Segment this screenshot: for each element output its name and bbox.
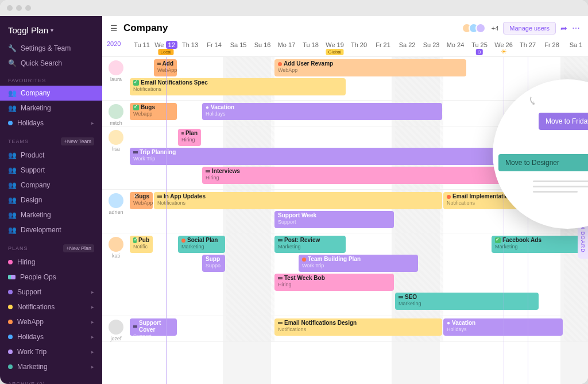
- task-bar[interactable]: Support CoverSupport: [130, 318, 177, 336]
- task-bar[interactable]: SuppSuppo: [202, 255, 225, 272]
- global-marker: Global: [326, 49, 343, 55]
- task-bar[interactable]: Email Notifications DesignNotifications: [274, 318, 442, 336]
- task-bar[interactable]: Support WeekSupport: [274, 211, 394, 228]
- new-team-button[interactable]: +New Team: [61, 137, 94, 145]
- task-bar[interactable]: PlanHiring: [178, 129, 201, 146]
- task-bar[interactable]: SEOMarketing: [395, 293, 539, 310]
- sidebar-label: People Ops: [20, 273, 56, 281]
- sidebar-item-work-trip[interactable]: Work Trip▸: [0, 344, 102, 359]
- person-avatar[interactable]: mitch: [102, 101, 130, 126]
- lanes[interactable]: Support CoverSupportEmail Notifications …: [130, 316, 588, 341]
- day-cell[interactable]: We 26☀: [492, 38, 516, 56]
- share-icon[interactable]: ➦: [560, 24, 567, 33]
- more-icon[interactable]: ⋯: [572, 24, 580, 33]
- person-avatar[interactable]: jozef: [102, 316, 130, 341]
- sidebar-item-support[interactable]: 👥Support: [0, 163, 102, 178]
- task-bar[interactable]: Test Week BobHiring: [274, 274, 394, 291]
- sidebar-item-marketing[interactable]: 👥Marketing: [0, 208, 102, 222]
- day-cell[interactable]: Fr 21: [371, 38, 395, 56]
- day-cell[interactable]: Fr 14: [202, 38, 226, 56]
- sidebar-item-people-ops[interactable]: People Ops: [0, 270, 102, 285]
- group-icon: 👥: [8, 151, 16, 159]
- menu-icon[interactable]: ☰: [110, 24, 118, 33]
- member-avatars[interactable]: [465, 23, 486, 33]
- day-cell[interactable]: Mo 24: [443, 38, 467, 56]
- day-cell[interactable]: We 19Global: [323, 38, 347, 56]
- person-avatar[interactable]: kati: [102, 233, 130, 316]
- year-label[interactable]: 2020: [107, 40, 121, 47]
- task-bar[interactable]: In App UpdatesNotifications: [154, 192, 442, 209]
- wrench-icon: 🔧: [8, 44, 16, 52]
- overlay-task-friday[interactable]: Move to Friday: [539, 113, 588, 130]
- sidebar-label: Support: [21, 166, 45, 174]
- sidebar-item-company[interactable]: 👥Company: [0, 86, 102, 101]
- search-link[interactable]: 🔍 Quick Search: [0, 56, 102, 71]
- task-subtitle: WebApp: [278, 67, 463, 74]
- task-title: Social Plan: [187, 237, 218, 244]
- sidebar-item-development[interactable]: 👥Development: [0, 222, 102, 237]
- day-cell[interactable]: Tu 11: [130, 38, 154, 56]
- chevron-right-icon: ▸: [91, 334, 94, 340]
- task-bar[interactable]: ●VacationHolidays: [202, 103, 442, 120]
- day-cell[interactable]: We 12Local: [154, 38, 178, 56]
- task-bar[interactable]: Social PlanMarketing: [178, 236, 225, 253]
- day-cell[interactable]: Tu 18: [299, 38, 323, 56]
- day-label: Su 23: [423, 41, 440, 48]
- person-avatar[interactable]: laura: [102, 57, 130, 100]
- overlay-task-designer[interactable]: Move to Designer: [498, 154, 588, 171]
- day-cell[interactable]: Th 27: [516, 38, 540, 56]
- day-cell[interactable]: Sa 22: [395, 38, 419, 56]
- brand-switcher[interactable]: Toggl Plan ▾: [0, 23, 102, 41]
- task-bar[interactable]: Add User RevampWebApp: [274, 59, 466, 76]
- sidebar-item-webapp[interactable]: WebApp▸: [0, 314, 102, 329]
- person-avatar[interactable]: lisa: [102, 126, 130, 189]
- bars-icon: [278, 277, 283, 279]
- task-title: Add: [163, 60, 173, 67]
- task-bar[interactable]: Facebook AdsMarketing: [492, 236, 587, 253]
- sidebar-item-design[interactable]: 👥Design: [0, 193, 102, 208]
- sidebar-label: Product: [21, 151, 44, 159]
- sidebar-item-marketing[interactable]: 👥Marketing: [0, 101, 102, 116]
- sidebar-item-marketing[interactable]: Marketing▸: [0, 359, 102, 374]
- day-cell[interactable]: Mo 17: [274, 38, 299, 56]
- traffic-dot[interactable]: [16, 5, 22, 11]
- day-cell[interactable]: Th 20: [347, 38, 371, 56]
- sidebar-item-notifications[interactable]: Notifications▸: [0, 299, 102, 314]
- person-avatar[interactable]: adrien: [102, 190, 130, 233]
- day-cell[interactable]: Su 16: [250, 38, 274, 56]
- task-bar[interactable]: AddWebApp: [154, 59, 177, 76]
- task-bar[interactable]: BugsWebApp: [130, 192, 153, 209]
- sidebar-label: Marketing: [21, 211, 51, 219]
- sidebar-item-support[interactable]: Support▸: [0, 285, 102, 299]
- plan-dot-icon: [8, 364, 13, 369]
- sidebar-item-company[interactable]: 👥Company: [0, 178, 102, 193]
- settings-link[interactable]: 🔧 Settings & Team: [0, 41, 102, 56]
- traffic-dot[interactable]: [7, 5, 13, 11]
- day-cell[interactable]: Sa 1: [564, 38, 588, 56]
- task-bar[interactable]: Email Notifications SpecNotifications: [130, 78, 346, 95]
- sidebar-item-holidays[interactable]: Holidays▸: [0, 116, 102, 130]
- day-cell[interactable]: Th 13: [178, 38, 202, 56]
- check-icon: [133, 80, 139, 86]
- new-plan-button[interactable]: +New Plan: [63, 244, 94, 252]
- lanes[interactable]: PubNotificSocial PlanMarketingPost: Revi…: [130, 233, 588, 316]
- task-bar[interactable]: Post: ReviewMarketing: [274, 236, 346, 253]
- task-bar[interactable]: Team Building PlanWork Trip: [299, 255, 418, 272]
- day-cell[interactable]: Fr 28: [540, 38, 564, 56]
- traffic-dot[interactable]: [25, 5, 31, 11]
- lanes[interactable]: AddWebAppAdd User RevampWebAppEmail Noti…: [130, 57, 588, 100]
- sidebar-item-product[interactable]: 👥Product: [0, 148, 102, 163]
- chevron-right-icon: ▸: [91, 120, 94, 126]
- day-cell[interactable]: Tu 253: [467, 38, 492, 56]
- manage-users-button[interactable]: Manage users: [503, 22, 556, 34]
- sidebar-item-holidays[interactable]: Holidays▸: [0, 329, 102, 344]
- local-marker: Local: [158, 49, 173, 55]
- task-bar[interactable]: PubNotific: [130, 236, 153, 253]
- sidebar-item-hiring[interactable]: Hiring: [0, 255, 102, 270]
- chevron-right-icon: ▸: [91, 304, 94, 310]
- task-bar[interactable]: BugsWebapp: [130, 103, 177, 120]
- person-name: kati: [112, 253, 120, 259]
- day-cell[interactable]: Su 23: [419, 38, 443, 56]
- task-bar[interactable]: ●VacationHolidays: [443, 318, 563, 336]
- day-cell[interactable]: Sa 15: [226, 38, 250, 56]
